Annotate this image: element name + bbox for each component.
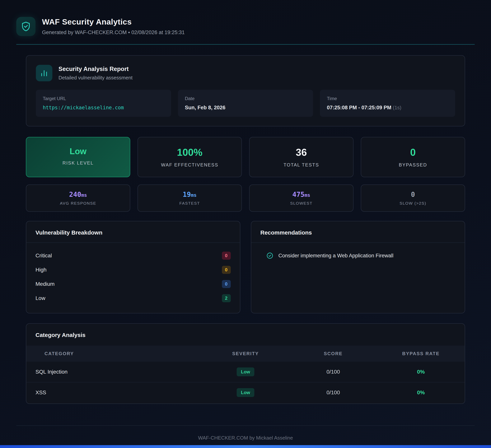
recommendations-list: Consider implementing a Web Application … [251,243,465,269]
slowest-label: SLOWEST [253,201,349,205]
report-head-text: Security Analysis Report Detailed vulner… [58,65,132,81]
report-subtitle: Detailed vulnerability assessment [58,75,132,81]
avg-response-number: 240 [69,191,81,198]
severity-cell: Low [202,382,289,403]
category-analysis-header: Category Analysis [26,324,465,345]
vulnerability-row-medium: Medium 0 [36,277,231,291]
total-tests-label: TOTAL TESTS [253,162,349,168]
fastest-value: 19ms [142,191,238,198]
report-title: Security Analysis Report [58,65,132,73]
recommendations-title: Recommendations [260,229,456,236]
bottom-accent-bar [0,445,491,448]
score-cell: 0/100 [289,362,377,382]
severity-label: High [36,267,47,273]
bypassed-value: 0 [365,147,461,158]
total-tests-card: 36 TOTAL TESTS [249,137,353,177]
report-page: WAF Security Analytics Generated by WAF-… [0,0,491,448]
report-head: Security Analysis Report Detailed vulner… [36,65,455,81]
column-header-bypass-rate: BYPASS RATE [377,345,465,362]
field-label: Time [327,96,448,101]
bypassed-card: 0 BYPASSED [361,137,465,177]
primary-stats: Low RISK LEVEL 100% WAF EFFECTIVENESS 36… [26,137,465,177]
vulnerability-list: Critical 0 High 0 Medium 0 Low 2 [26,243,240,313]
fastest-card: 19ms FASTEST [138,185,242,212]
slowest-value: 475ms [253,191,349,198]
column-header-score: SCORE [289,345,377,362]
slow-requests-card: 0 SLOW (>2S) [361,185,465,212]
bypassed-label: BYPASSED [365,162,461,168]
header: WAF Security Analytics Generated by WAF-… [16,17,475,36]
severity-label: Medium [36,281,55,287]
date-value: Sun, Feb 8, 2026 [185,105,306,111]
field-label: Date [185,96,306,101]
severity-label: Critical [36,252,52,259]
category-table-header-row: CATEGORY SEVERITY SCORE BYPASS RATE [26,345,465,362]
critical-count-badge: 0 [222,252,231,260]
severity-badge: Low [237,367,254,376]
page-subtitle: Generated by WAF-CHECKER.COM • 02/08/202… [42,29,185,36]
bypass-rate-cell: 0% [377,362,465,382]
severity-cell: Low [202,362,289,382]
slow-requests-label: SLOW (>2S) [365,201,461,205]
avg-response-unit: ms [81,192,87,198]
slowest-number: 475 [292,191,304,198]
header-text: WAF Security Analytics Generated by WAF-… [42,18,185,36]
time-duration: (1s) [393,105,401,111]
vulnerability-row-high: High 0 [36,263,231,277]
slowest-card: 475ms SLOWEST [249,185,353,212]
check-circle-icon [266,252,274,259]
severity-label: Low [36,295,45,301]
score-cell: 0/100 [289,382,377,403]
vulnerability-row-critical: Critical 0 [36,249,231,263]
category-cell: SQL Injection [26,362,202,382]
vulnerability-breakdown-header: Vulnerability Breakdown [26,221,240,243]
security-analysis-report-card: Security Analysis Report Detailed vulner… [26,55,465,126]
fastest-label: FASTEST [142,201,238,205]
fastest-number: 19 [183,191,191,198]
date-field: Date Sun, Feb 8, 2026 [178,90,313,117]
shield-check-icon [16,17,36,36]
middle-section: Vulnerability Breakdown Critical 0 High … [26,221,465,313]
avg-response-card: 240ms AVG RESPONSE [26,185,130,212]
category-table: CATEGORY SEVERITY SCORE BYPASS RATE SQL … [26,345,465,403]
severity-badge: Low [237,388,254,397]
category-analysis-title: Category Analysis [36,332,455,338]
slow-requests-number: 0 [411,191,415,198]
recommendations-card: Recommendations Consider implementing a … [251,221,465,313]
waf-effectiveness-card: 100% WAF EFFECTIVENESS [138,137,242,177]
medium-count-badge: 0 [222,280,231,288]
recommendations-header: Recommendations [251,221,465,243]
bypass-rate-cell: 0% [377,382,465,403]
high-count-badge: 0 [222,266,231,274]
recommendation-text: Consider implementing a Web Application … [278,253,394,259]
risk-level-label: RISK LEVEL [30,160,126,166]
target-url-link[interactable]: https://mickaelasseline.com [43,105,164,111]
time-range: 07:25:08 PM - 07:25:09 PM [327,105,391,111]
vulnerability-breakdown-title: Vulnerability Breakdown [36,229,231,236]
content: Security Analysis Report Detailed vulner… [26,55,465,404]
risk-level-card: Low RISK LEVEL [26,137,130,177]
column-header-severity: SEVERITY [202,345,289,362]
slow-requests-value: 0 [365,191,461,198]
low-count-badge: 2 [222,294,231,302]
total-tests-value: 36 [253,147,349,158]
column-header-category: CATEGORY [26,345,202,362]
target-url-field: Target URL https://mickaelasseline.com [36,90,171,117]
time-field: Time 07:25:08 PM - 07:25:09 PM (1s) [320,90,455,117]
vulnerability-breakdown-card: Vulnerability Breakdown Critical 0 High … [26,221,240,313]
bar-chart-icon [36,65,52,81]
category-cell: XSS [26,382,202,403]
waf-effectiveness-value: 100% [142,147,238,158]
time-value: 07:25:08 PM - 07:25:09 PM (1s) [327,105,448,111]
risk-level-value: Low [30,147,126,156]
slowest-unit: ms [305,192,310,198]
fastest-unit: ms [191,192,197,198]
page-title: WAF Security Analytics [42,18,185,27]
footer-credit: WAF-CHECKER.COM by Mickael Asseline [16,426,475,448]
waf-effectiveness-label: WAF EFFECTIVENESS [142,162,238,168]
category-analysis-card: Category Analysis CATEGORY SEVERITY SCOR… [26,323,465,404]
table-row: SQL Injection Low 0/100 0% [26,362,465,382]
field-label: Target URL [43,96,164,101]
report-fields: Target URL https://mickaelasseline.com D… [36,90,455,117]
recommendation-item: Consider implementing a Web Application … [266,252,456,259]
